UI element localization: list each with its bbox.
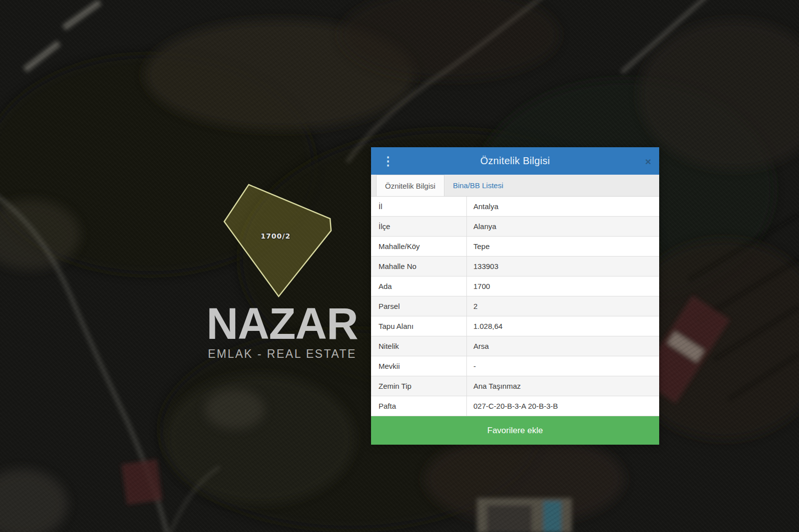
table-row: NitelikArsa bbox=[371, 336, 659, 356]
row-label: Mevkii bbox=[371, 356, 467, 376]
row-label: Nitelik bbox=[371, 336, 467, 356]
row-value: Alanya bbox=[467, 217, 659, 236]
row-value: 1700 bbox=[467, 276, 659, 296]
attribute-table: İlAntalyaİlçeAlanyaMahalle/KöyTepeMahall… bbox=[371, 197, 659, 416]
tab-oznitelik-bilgisi[interactable]: Öznitelik Bilgisi bbox=[376, 175, 444, 196]
table-row: Mahalle/KöyTepe bbox=[371, 237, 659, 257]
table-row: Mahalle No133903 bbox=[371, 257, 659, 276]
row-label: Parsel bbox=[371, 296, 467, 316]
row-label: İl bbox=[371, 197, 467, 216]
row-label: Mahalle/Köy bbox=[371, 237, 467, 256]
row-value: Arsa bbox=[467, 336, 659, 356]
row-value: Tepe bbox=[467, 237, 659, 256]
close-icon[interactable]: × bbox=[645, 156, 651, 166]
row-value: 133903 bbox=[467, 257, 659, 276]
row-value: Antalya bbox=[467, 197, 659, 216]
row-label: Mahalle No bbox=[371, 257, 467, 276]
row-label: Ada bbox=[371, 276, 467, 296]
row-value: Ana Taşınmaz bbox=[467, 376, 659, 396]
row-label: Tapu Alanı bbox=[371, 316, 467, 336]
row-value: 2 bbox=[467, 296, 659, 316]
tab-bina-bb-listesi[interactable]: Bina/BB Listesi bbox=[444, 175, 512, 196]
row-label: Zemin Tip bbox=[371, 376, 467, 396]
row-value: - bbox=[467, 356, 659, 376]
table-row: Pafta027-C-20-B-3-A 20-B-3-B bbox=[371, 396, 659, 416]
table-row: Parsel2 bbox=[371, 296, 659, 316]
attribute-panel: ⋮ Öznitelik Bilgisi × Öznitelik BilgisiB… bbox=[371, 147, 659, 445]
favorite-button[interactable]: Favorilere ekle bbox=[371, 416, 659, 445]
row-label: İlçe bbox=[371, 217, 467, 236]
tab-bar: Öznitelik BilgisiBina/BB Listesi bbox=[371, 175, 659, 197]
table-row: Tapu Alanı1.028,64 bbox=[371, 316, 659, 336]
table-row: Ada1700 bbox=[371, 276, 659, 296]
table-row: İlAntalya bbox=[371, 197, 659, 217]
row-label: Pafta bbox=[371, 396, 467, 416]
row-value: 027-C-20-B-3-A 20-B-3-B bbox=[467, 396, 659, 416]
panel-title: Öznitelik Bilgisi bbox=[371, 155, 659, 167]
table-row: Zemin TipAna Taşınmaz bbox=[371, 376, 659, 396]
table-row: İlçeAlanya bbox=[371, 217, 659, 237]
panel-header: ⋮ Öznitelik Bilgisi × bbox=[371, 147, 659, 175]
map-view[interactable]: 1700/2 NAZAR EMLAK - REAL ESTATE ⋮ Öznit… bbox=[0, 0, 799, 532]
table-row: Mevkii- bbox=[371, 356, 659, 376]
row-value: 1.028,64 bbox=[467, 316, 659, 336]
